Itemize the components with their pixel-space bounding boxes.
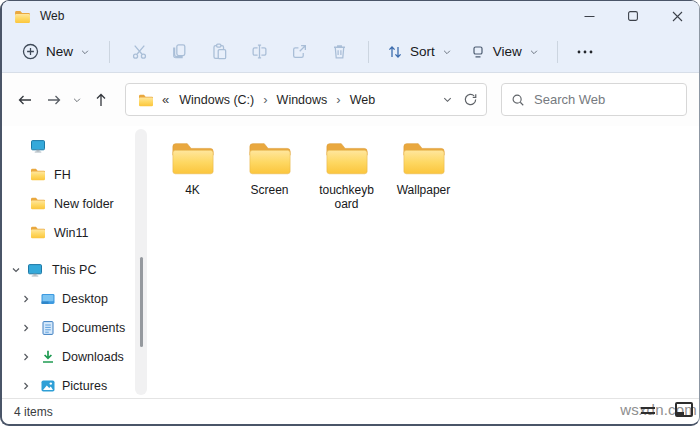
toolbar-divider [368, 41, 369, 63]
breadcrumb-collapsed-indicator[interactable]: « [162, 92, 169, 107]
view-icon [470, 44, 486, 60]
document-icon [40, 320, 56, 336]
close-button[interactable] [655, 1, 699, 31]
folder-tile-label: 4K [185, 183, 200, 197]
window-title: Web [40, 9, 64, 23]
new-button[interactable]: New [12, 37, 100, 66]
forward-button[interactable] [39, 85, 68, 115]
sort-button[interactable]: Sort [378, 38, 461, 66]
folder-tile-label: Wallpaper [397, 183, 451, 197]
folder-tile-4k[interactable]: 4K [154, 138, 231, 197]
search-icon [511, 93, 525, 107]
chevron-collapsed-icon[interactable] [20, 322, 32, 334]
sidebar-item-label: Pictures [62, 379, 107, 393]
chevron-expanded-icon[interactable] [10, 264, 22, 276]
rename-button[interactable] [239, 35, 279, 69]
sidebar-item-label: FH [54, 168, 71, 182]
paste-button[interactable] [199, 35, 239, 69]
chevron-down-icon [529, 47, 539, 57]
chevron-down-icon [80, 47, 90, 57]
delete-button[interactable] [319, 35, 359, 69]
address-bar-actions [442, 92, 478, 107]
sidebar-item-win11[interactable]: Win11 [2, 218, 152, 247]
folder-tile-screen[interactable]: Screen [231, 138, 308, 197]
toolbar-divider [109, 41, 110, 63]
arrow-left-icon [17, 92, 33, 108]
folder-icon [401, 138, 447, 178]
copy-button[interactable] [159, 35, 199, 69]
trash-icon [331, 43, 348, 60]
sidebar-item-label: New folder [54, 197, 114, 211]
sidebar-item-documents[interactable]: Documents [2, 313, 152, 342]
search-input[interactable] [534, 92, 677, 107]
rename-icon [251, 43, 268, 60]
file-explorer-window: Web New [0, 0, 700, 426]
toolbar-divider [557, 41, 558, 63]
chevron-collapsed-icon[interactable] [20, 380, 32, 392]
command-toolbar: New Sort View [2, 31, 699, 73]
sort-icon [387, 44, 403, 60]
back-button[interactable] [10, 85, 39, 115]
more-icon [577, 50, 593, 54]
sidebar-item-this-pc-pinned[interactable] [2, 131, 152, 160]
copy-icon [171, 43, 188, 60]
recent-locations-button[interactable] [68, 85, 86, 115]
sidebar-item-this-pc[interactable]: This PC [2, 255, 152, 284]
folder-tile-label: touchkeyboard [317, 183, 377, 211]
main-area: FH New folder Win11 [2, 126, 699, 398]
folder-icon [30, 196, 46, 212]
pictures-icon [40, 378, 56, 394]
sidebar-item-fh[interactable]: FH [2, 160, 152, 189]
sidebar-item-desktop[interactable]: Desktop [2, 284, 152, 313]
breadcrumb-item[interactable]: Windows [275, 90, 330, 110]
search-box[interactable] [501, 83, 687, 116]
titlebar: Web [2, 1, 699, 31]
chevron-collapsed-icon[interactable] [20, 351, 32, 363]
sidebar-item-label: Documents [62, 321, 125, 335]
maximize-button[interactable] [611, 1, 655, 31]
sidebar-item-label: Win11 [54, 226, 89, 240]
folder-tile-label: Screen [250, 183, 288, 197]
folder-icon [324, 138, 370, 178]
caption-buttons [567, 1, 699, 31]
see-more-button[interactable] [567, 35, 603, 69]
sidebar-item-new-folder[interactable]: New folder [2, 189, 152, 218]
sidebar-item-pictures[interactable]: Pictures [2, 371, 152, 400]
chevron-down-icon [442, 47, 452, 57]
folder-tile-wallpaper[interactable]: Wallpaper [385, 138, 462, 197]
view-button[interactable]: View [461, 38, 548, 66]
status-bar: 4 items [2, 398, 699, 424]
sidebar-item-label: Downloads [62, 350, 124, 364]
minimize-button[interactable] [567, 1, 611, 31]
watermark-bars-icon [641, 407, 655, 417]
desktop-icon [40, 291, 56, 307]
refresh-icon [463, 92, 478, 107]
sidebar-item-downloads[interactable]: Downloads [2, 342, 152, 371]
cut-icon [131, 43, 148, 60]
view-button-label: View [493, 44, 522, 59]
folder-icon [138, 93, 154, 107]
item-count: 4 items [14, 405, 53, 419]
folder-icon [247, 138, 293, 178]
address-bar[interactable]: « Windows (C:) › Windows › Web [125, 83, 487, 116]
chevron-collapsed-icon[interactable] [20, 293, 32, 305]
breadcrumb-separator[interactable]: › [336, 92, 340, 107]
folder-content-view: 4K Screen touchkeyboard Wallpaper [152, 126, 699, 398]
up-button[interactable] [86, 85, 115, 115]
breadcrumb-item[interactable]: Windows (C:) [177, 90, 256, 110]
folder-tile-touchkeyboard[interactable]: touchkeyboard [308, 138, 385, 211]
watermark: wsxdn.com [620, 401, 697, 419]
share-button[interactable] [279, 35, 319, 69]
address-dropdown-button[interactable] [442, 94, 453, 105]
breadcrumb-separator[interactable]: › [263, 92, 267, 107]
cut-button[interactable] [119, 35, 159, 69]
sidebar-item-label: Desktop [62, 292, 108, 306]
sidebar-scrollbar-thumb[interactable] [140, 257, 143, 347]
arrow-up-icon [93, 92, 109, 108]
plus-circle-icon [22, 43, 39, 60]
navigation-row: « Windows (C:) › Windows › Web [2, 73, 699, 126]
sidebar-scrollbar[interactable] [135, 129, 147, 395]
folder-icon [30, 167, 46, 183]
breadcrumb-item[interactable]: Web [348, 90, 377, 110]
refresh-button[interactable] [463, 92, 478, 107]
